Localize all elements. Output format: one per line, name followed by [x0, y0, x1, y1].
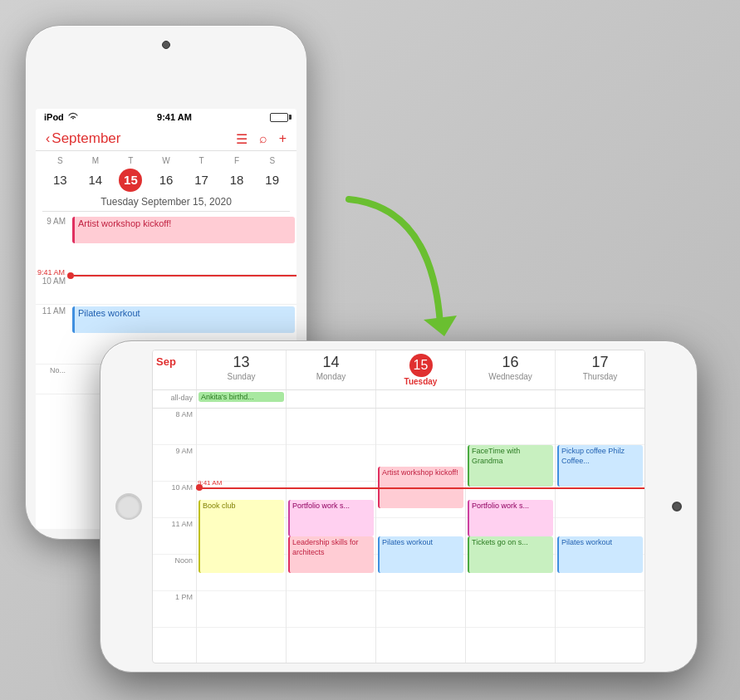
thursday-10am — [556, 482, 644, 518]
day-18[interactable]: 18 — [225, 169, 248, 192]
allday-label: all-day — [153, 390, 196, 408]
monday-9am — [287, 445, 375, 482]
day-label-tue: T — [113, 156, 149, 165]
month-back-button[interactable]: ‹ September — [46, 130, 121, 147]
event-ankitas-birthday[interactable]: Ankita's birthd... — [198, 392, 284, 402]
status-left: iPod — [44, 112, 79, 122]
event-pickup-coffee[interactable]: Pickup coffee Philz Coffee... — [557, 445, 643, 487]
calendar-header: ‹ September ☰ ⌕ + — [36, 125, 296, 151]
day-name-sunday: Sunday — [198, 372, 284, 381]
allday-sunday: Ankita's birthd... — [196, 390, 286, 408]
time-grid: 8 AM 9 AM 10 AM 11 AM Noon 1 PM — [153, 409, 644, 663]
sunday-9am — [197, 445, 286, 482]
event-portfolio-wed-label: Portfolio work s... — [472, 502, 529, 510]
chevron-left-icon: ‹ — [46, 131, 50, 146]
event-leadership[interactable]: Leadership skills for architects — [288, 536, 374, 573]
col-thursday[interactable]: 17 Thursday — [555, 350, 644, 389]
event-artist-workshop-tue[interactable]: Artist workshop kickoff! — [378, 467, 463, 508]
svg-marker-0 — [424, 316, 457, 336]
camera — [162, 41, 170, 49]
camera-right — [672, 502, 682, 512]
allday-thursday — [555, 390, 644, 408]
event-portfolio-monday[interactable]: Portfolio work s... — [288, 500, 374, 536]
wednesday-8am — [466, 409, 555, 445]
day-label-mon: M — [78, 156, 114, 165]
col-wednesday[interactable]: 16 Wednesday — [465, 350, 555, 389]
wednesday-1pm — [466, 591, 555, 628]
thursday-8am — [556, 409, 644, 445]
day-num-13: 13 — [198, 354, 284, 372]
arrow — [324, 191, 457, 360]
event-portfolio-monday-label: Portfolio work s... — [292, 502, 350, 510]
time-row-9am: 9 AM Artist workshop kickoff! — [36, 215, 296, 275]
monday-1pm — [287, 591, 375, 628]
day-name-wednesday: Wednesday — [468, 372, 553, 381]
day-16[interactable]: 16 — [154, 169, 178, 192]
add-event-button[interactable]: + — [279, 131, 287, 147]
status-right — [270, 113, 288, 122]
status-bar: iPod 9:41 AM — [36, 109, 296, 125]
day-label-thu: T — [184, 156, 219, 165]
event-pilates[interactable]: Pilates workout — [72, 306, 295, 333]
allday-wednesday — [465, 390, 555, 408]
event-portfolio-wed[interactable]: Portfolio work s... — [468, 500, 553, 536]
search-icon[interactable]: ⌕ — [259, 131, 267, 147]
day-13[interactable]: 13 — [48, 169, 71, 192]
slot-noon: Noon — [153, 555, 196, 591]
weekday-labels: S M T W T F S — [42, 154, 290, 167]
landscape-calendar: Sep 13 Sunday 14 Monday 15 Tuesday — [153, 350, 644, 663]
thursday-1pm — [556, 591, 644, 628]
selected-date-label: Tuesday September 15, 2020 — [42, 193, 290, 212]
slot-11am: 11 AM — [153, 518, 196, 555]
day-17[interactable]: 17 — [190, 169, 213, 192]
time-label-11am: 11 AM — [36, 305, 71, 364]
slot-1pm: 1 PM — [153, 591, 196, 628]
day-15-today[interactable]: 15 — [119, 169, 142, 192]
event-tickets-label: Tickets go on s... — [472, 538, 528, 546]
home-button[interactable] — [115, 493, 142, 520]
event-book-club[interactable]: Book club — [198, 500, 284, 573]
day-label-sun: S — [42, 156, 78, 165]
time-content-9am: Artist workshop kickoff! — [71, 215, 296, 274]
time-spacer: Sep — [153, 350, 196, 389]
event-facetime[interactable]: FaceTime with Grandma — [468, 445, 553, 487]
day-name-tuesday: Tuesday — [378, 377, 463, 386]
day-col-thursday: Pickup coffee Philz Coffee... Pilates wo… — [555, 409, 644, 663]
col-sunday[interactable]: 13 Sunday — [196, 350, 286, 389]
day-num-16: 16 — [468, 354, 553, 372]
time-label-10am: 10 AM — [36, 275, 71, 304]
event-pilates-tue[interactable]: Pilates workout — [378, 536, 463, 573]
time-inner: 8 AM 9 AM 10 AM 11 AM Noon 1 PM — [153, 409, 644, 663]
event-pilates-thu[interactable]: Pilates workout — [557, 536, 643, 573]
day-name-monday: Monday — [288, 372, 374, 381]
monday-8am — [287, 409, 375, 445]
list-icon[interactable]: ☰ — [236, 131, 247, 147]
day-label-sat: S — [254, 156, 290, 165]
day-14[interactable]: 14 — [84, 169, 107, 192]
event-artist-workshop[interactable]: Artist workshop kickoff! — [72, 217, 295, 243]
sunday-8am — [197, 409, 286, 445]
day-col-tuesday: Artist workshop kickoff! Pilates workout — [375, 409, 465, 663]
day-num-17: 17 — [557, 354, 643, 372]
time-content-10am — [71, 275, 296, 304]
day-col-wednesday: FaceTime with Grandma Portfolio work s..… — [465, 409, 555, 663]
week-numbers: 13 14 15 16 17 18 19 — [42, 167, 290, 193]
event-leadership-label: Leadership skills for architects — [292, 538, 359, 556]
sep-label: Sep — [156, 355, 176, 368]
event-pilates-thu-label: Pilates workout — [561, 538, 612, 546]
battery-icon — [270, 113, 288, 122]
event-artist-workshop-tue-label: Artist workshop kickoff! — [382, 468, 458, 477]
status-time: 9:41 AM — [157, 112, 192, 122]
ipod-landscape: Sep 13 Sunday 14 Monday 15 Tuesday — [100, 340, 698, 673]
slot-10am: 10 AM — [153, 482, 196, 518]
landscape-screen: Sep 13 Sunday 14 Monday 15 Tuesday — [152, 350, 645, 663]
wifi-icon — [67, 112, 79, 122]
day-19[interactable]: 19 — [261, 169, 284, 192]
allday-monday — [286, 390, 375, 408]
event-tickets[interactable]: Tickets go on s... — [468, 536, 553, 573]
month-title: September — [51, 130, 120, 147]
slot-9am: 9 AM — [153, 445, 196, 482]
day-name-thursday: Thursday — [557, 372, 643, 381]
time-labels-col: 8 AM 9 AM 10 AM 11 AM Noon 1 PM — [153, 409, 196, 663]
tuesday-1pm — [376, 591, 465, 628]
